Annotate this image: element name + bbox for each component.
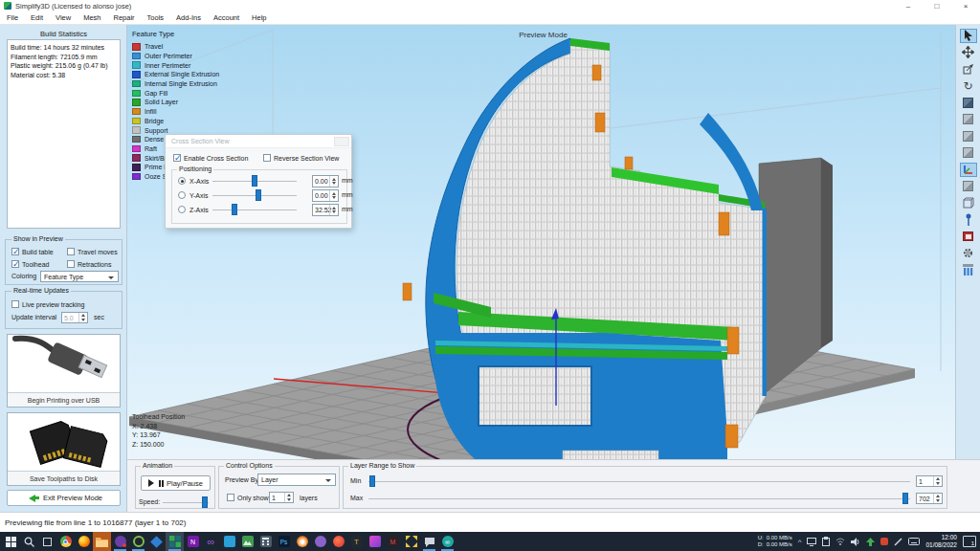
exit-preview-mode-button[interactable]: Exit Preview Mode (7, 490, 121, 506)
taskbar-photoshop-icon[interactable]: Ps (275, 532, 293, 551)
taskbar-chrome-icon[interactable] (56, 532, 75, 551)
preview-by-dropdown[interactable]: Layer (257, 474, 336, 486)
tray-monitor-icon[interactable] (807, 538, 816, 546)
y-axis-slider[interactable] (212, 195, 297, 196)
y-axis-value-spinner[interactable]: 0.00 (312, 189, 339, 202)
start-button[interactable] (2, 532, 20, 551)
speed-slider-thumb[interactable] (202, 496, 208, 508)
y-axis-slider-thumb[interactable] (256, 189, 261, 201)
network-speed-monitor[interactable]: U:D: 0.00 MB/s0.00 MB/s (758, 535, 792, 548)
play-pause-button[interactable]: Play/Pause (141, 475, 211, 491)
minimize-button[interactable]: – (894, 0, 923, 11)
settings-gear-tool[interactable] (960, 247, 977, 261)
menu-edit[interactable]: Edit (31, 13, 43, 22)
local-axes-tool[interactable] (960, 163, 977, 177)
begin-printing-usb-button[interactable]: Begin Printing over USB (7, 334, 121, 408)
retractions-checkbox[interactable] (67, 260, 75, 268)
taskbar-onenote-icon[interactable]: N (184, 532, 202, 551)
wireframe-tool[interactable] (960, 196, 977, 210)
select-cursor-tool[interactable] (960, 29, 977, 43)
rotate-tool[interactable]: ↻ (960, 79, 977, 94)
reverse-section-view-checkbox[interactable] (263, 154, 271, 162)
taskbar-visual-studio-icon[interactable]: ∞ (202, 532, 220, 551)
taskbar-file-explorer-icon[interactable] (93, 532, 111, 551)
update-interval-spinner[interactable]: 5.0 (61, 312, 88, 323)
dialog-close-button[interactable] (334, 137, 349, 146)
min-layer-slider-thumb[interactable] (369, 475, 375, 487)
min-layer-spinner[interactable]: 1 (916, 475, 943, 487)
taskbar-photos-icon[interactable] (238, 532, 256, 551)
preview-canvas[interactable] (127, 25, 955, 459)
menu-help[interactable]: Help (252, 13, 266, 22)
taskbar-firefox-icon[interactable] (75, 532, 93, 551)
title-bar[interactable]: Simplify3D (Licensed to alonso jose) – □… (0, 0, 980, 11)
taskbar-diamond-app-icon[interactable] (147, 532, 166, 551)
z-axis-radio[interactable] (178, 206, 186, 213)
travel-moves-checkbox[interactable] (67, 248, 75, 255)
max-layer-slider[interactable] (368, 498, 910, 499)
z-axis-value-spinner[interactable]: 32.52 (312, 204, 339, 216)
max-layer-spinner[interactable]: 702 (916, 493, 943, 504)
menu-addins[interactable]: Add-Ins (176, 13, 201, 22)
view-side-icon[interactable] (960, 146, 977, 161)
search-icon[interactable] (20, 532, 38, 551)
x-axis-value-spinner[interactable]: 0.00 (312, 175, 339, 187)
only-show-checkbox[interactable] (227, 494, 234, 501)
taskbar-chat-app-icon[interactable] (420, 532, 438, 551)
view-front-icon[interactable] (960, 129, 977, 143)
keyboard-icon[interactable] (908, 538, 920, 545)
taskbar-red-app-icon[interactable] (329, 532, 347, 551)
view-top-icon[interactable] (960, 113, 977, 127)
cross-section-dialog[interactable]: Cross Section View Enable Cross Section … (165, 134, 352, 229)
tray-volume-icon[interactable] (851, 538, 860, 546)
z-axis-slider-thumb[interactable] (232, 204, 237, 215)
clock[interactable]: 12:00 01/08/2022 (925, 534, 957, 549)
tray-expand-caret[interactable]: ^ (798, 538, 802, 546)
taskbar-github-icon[interactable] (311, 532, 329, 551)
max-layer-slider-thumb[interactable] (902, 493, 908, 504)
menu-mesh[interactable]: Mesh (83, 13, 100, 22)
x-axis-slider-thumb[interactable] (252, 175, 257, 187)
save-toolpaths-button[interactable]: Save Toolpaths to Disk (7, 412, 121, 486)
build-table-checkbox[interactable] (11, 248, 19, 255)
taskbar-simplify3d-icon[interactable] (166, 532, 184, 551)
taskbar-camera-app-icon[interactable] (129, 532, 147, 551)
x-axis-slider[interactable] (212, 181, 297, 182)
tray-security-icon[interactable] (880, 538, 888, 545)
maximize-button[interactable]: □ (923, 0, 951, 11)
task-view-icon[interactable] (38, 532, 56, 551)
tray-pen-icon[interactable] (894, 538, 902, 546)
menu-view[interactable]: View (56, 13, 71, 22)
close-button[interactable]: × (951, 0, 980, 11)
z-axis-slider[interactable] (212, 209, 297, 210)
speed-slider[interactable] (163, 502, 209, 503)
tray-wifi-icon[interactable] (835, 538, 845, 545)
menu-file[interactable]: File (7, 13, 18, 22)
min-layer-slider[interactable] (368, 481, 910, 482)
taskbar-m-app-icon[interactable]: M (384, 532, 402, 551)
live-preview-checkbox[interactable] (11, 300, 19, 308)
taskbar-game-app-icon[interactable]: T (347, 532, 366, 551)
menu-account[interactable]: Account (213, 13, 239, 22)
menu-tools[interactable]: Tools (147, 13, 165, 22)
enable-cross-section-checkbox[interactable] (173, 154, 181, 162)
taskbar-yellow-arrows-icon[interactable] (402, 532, 420, 551)
y-axis-radio[interactable] (178, 191, 186, 199)
taskbar-blender-icon[interactable] (293, 532, 311, 551)
menu-repair[interactable]: Repair (114, 13, 135, 22)
view-default-icon[interactable] (960, 96, 977, 110)
only-show-spinner[interactable]: 1 (269, 492, 294, 503)
measure-pin-tool[interactable] (960, 213, 977, 228)
notification-center-icon[interactable]: 1 (963, 536, 976, 547)
toolhead-checkbox[interactable] (11, 260, 19, 268)
taskbar-pink-app-icon[interactable] (366, 532, 384, 551)
preview-3d-viewport[interactable] (127, 25, 955, 459)
move-tool[interactable] (960, 46, 977, 60)
tray-clipboard-icon[interactable] (822, 537, 830, 546)
cross-section-tool[interactable] (960, 230, 977, 244)
tray-green-arrow-icon[interactable] (866, 538, 875, 546)
model-cube-icon[interactable] (960, 180, 977, 194)
taskbar-media-app-icon[interactable] (111, 532, 129, 551)
coloring-dropdown[interactable]: Feature Type (40, 271, 119, 282)
taskbar-arduino-icon[interactable]: ∞ (438, 532, 457, 551)
